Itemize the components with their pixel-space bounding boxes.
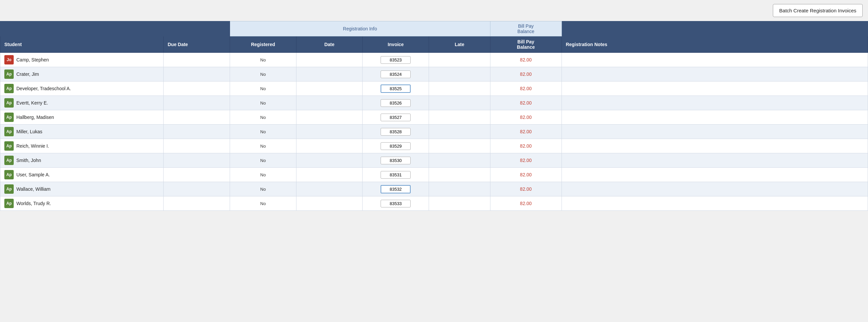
student-cell-10: ApWorlds, Trudy R. bbox=[0, 197, 163, 211]
col-header-registration-notes: Registration Notes bbox=[561, 36, 868, 53]
date-cell bbox=[296, 82, 363, 96]
late-cell bbox=[429, 139, 490, 153]
date-cell bbox=[296, 182, 363, 197]
avatar: Ap bbox=[4, 84, 14, 93]
late-cell bbox=[429, 96, 490, 110]
registration-notes-cell bbox=[561, 125, 868, 139]
invoice-input[interactable] bbox=[380, 157, 411, 164]
student-name: Crater, Jim bbox=[17, 71, 39, 77]
header-row-columns: Student Due Date Registered Date Invoice… bbox=[0, 36, 868, 53]
bill-pay-balance-cell: 82.00 bbox=[490, 67, 561, 82]
student-name: Miller, Lukas bbox=[17, 129, 42, 134]
invoice-cell bbox=[363, 67, 429, 82]
invoice-input[interactable] bbox=[380, 85, 411, 93]
col-header-student: Student bbox=[0, 36, 163, 53]
invoice-cell bbox=[363, 53, 429, 67]
registration-table: Registration Info Bill PayBalance Studen… bbox=[0, 21, 868, 211]
invoice-input[interactable] bbox=[380, 70, 411, 78]
invoice-input[interactable] bbox=[380, 114, 411, 121]
avatar: Ap bbox=[4, 98, 14, 108]
table-container: Registration Info Bill PayBalance Studen… bbox=[0, 21, 868, 211]
col-header-late: Late bbox=[429, 36, 490, 53]
registration-notes-cell bbox=[561, 110, 868, 125]
table-row: ApCrater, JimNo82.00 bbox=[0, 67, 868, 82]
due-date-cell bbox=[163, 197, 230, 211]
registration-notes-cell bbox=[561, 153, 868, 168]
student-cell-7: ApSmith, John bbox=[0, 153, 163, 168]
date-cell bbox=[296, 139, 363, 153]
invoice-cell bbox=[363, 182, 429, 197]
avatar: Ap bbox=[4, 170, 14, 179]
invoice-input[interactable] bbox=[380, 185, 411, 194]
invoice-input[interactable] bbox=[380, 142, 411, 150]
bill-pay-balance-cell: 82.00 bbox=[490, 182, 561, 197]
bill-pay-balance-cell: 82.00 bbox=[490, 53, 561, 67]
student-cell-4: ApHallberg, Madisen bbox=[0, 110, 163, 125]
registration-notes-cell bbox=[561, 197, 868, 211]
due-date-cell bbox=[163, 96, 230, 110]
student-cell-3: ApEvertt, Kerry E. bbox=[0, 96, 163, 110]
registered-cell: No bbox=[230, 53, 296, 67]
registered-cell: No bbox=[230, 182, 296, 197]
avatar: Ap bbox=[4, 69, 14, 79]
date-cell bbox=[296, 168, 363, 182]
date-cell bbox=[296, 67, 363, 82]
invoice-cell bbox=[363, 153, 429, 168]
due-date-cell bbox=[163, 82, 230, 96]
registered-cell: No bbox=[230, 197, 296, 211]
late-cell bbox=[429, 67, 490, 82]
invoice-input[interactable] bbox=[380, 171, 411, 179]
registration-notes-cell bbox=[561, 182, 868, 197]
student-cell-9: ApWallace, William bbox=[0, 182, 163, 197]
student-name: Worlds, Trudy R. bbox=[17, 201, 51, 206]
due-date-cell bbox=[163, 168, 230, 182]
bill-pay-balance-cell: 82.00 bbox=[490, 139, 561, 153]
col-header-bill-pay-balance: Bill PayBalance bbox=[490, 36, 561, 53]
table-row: ApEvertt, Kerry E.No82.00 bbox=[0, 96, 868, 110]
student-name: Developer, Tradeschool A. bbox=[17, 86, 71, 91]
late-cell bbox=[429, 153, 490, 168]
table-row: JoCamp, StephenNo82.00 bbox=[0, 53, 868, 67]
bill-pay-balance-cell: 82.00 bbox=[490, 168, 561, 182]
student-cell-2: ApDeveloper, Tradeschool A. bbox=[0, 82, 163, 96]
student-name: Camp, Stephen bbox=[17, 57, 49, 62]
student-cell-8: ApUser, Sample A. bbox=[0, 168, 163, 182]
avatar: Ap bbox=[4, 184, 14, 194]
bill-pay-balance-cell: 82.00 bbox=[490, 153, 561, 168]
header-notes-spacer bbox=[561, 21, 868, 36]
late-cell bbox=[429, 197, 490, 211]
invoice-input[interactable] bbox=[380, 56, 411, 64]
registered-cell: No bbox=[230, 110, 296, 125]
table-row: ApWorlds, Trudy R.No82.00 bbox=[0, 197, 868, 211]
avatar: Ap bbox=[4, 141, 14, 151]
student-name: Smith, John bbox=[17, 158, 41, 163]
registration-notes-cell bbox=[561, 139, 868, 153]
invoice-input[interactable] bbox=[380, 99, 411, 107]
registered-cell: No bbox=[230, 153, 296, 168]
date-cell bbox=[296, 125, 363, 139]
bill-pay-balance-cell: 82.00 bbox=[490, 82, 561, 96]
date-cell bbox=[296, 153, 363, 168]
table-row: ApReich, Winnie I.No82.00 bbox=[0, 139, 868, 153]
header-registration-info-group: Registration Info bbox=[230, 21, 490, 36]
student-name: User, Sample A. bbox=[17, 172, 50, 177]
avatar: Jo bbox=[4, 55, 14, 64]
top-bar: Batch Create Registration Invoices bbox=[0, 0, 868, 21]
student-cell-0: JoCamp, Stephen bbox=[0, 53, 163, 67]
student-cell-6: ApReich, Winnie I. bbox=[0, 139, 163, 153]
batch-create-button[interactable]: Batch Create Registration Invoices bbox=[773, 4, 863, 17]
due-date-cell bbox=[163, 139, 230, 153]
invoice-cell bbox=[363, 96, 429, 110]
invoice-input[interactable] bbox=[380, 200, 411, 207]
invoice-input[interactable] bbox=[380, 128, 411, 136]
registration-info-label: Registration Info bbox=[343, 26, 377, 31]
invoice-cell bbox=[363, 110, 429, 125]
student-name: Reich, Winnie I. bbox=[17, 143, 49, 149]
table-row: ApHallberg, MadisenNo82.00 bbox=[0, 110, 868, 125]
late-cell bbox=[429, 125, 490, 139]
registered-cell: No bbox=[230, 67, 296, 82]
table-row: ApUser, Sample A.No82.00 bbox=[0, 168, 868, 182]
col-header-invoice: Invoice bbox=[363, 36, 429, 53]
header-row-group: Registration Info Bill PayBalance bbox=[0, 21, 868, 36]
registration-notes-cell bbox=[561, 168, 868, 182]
